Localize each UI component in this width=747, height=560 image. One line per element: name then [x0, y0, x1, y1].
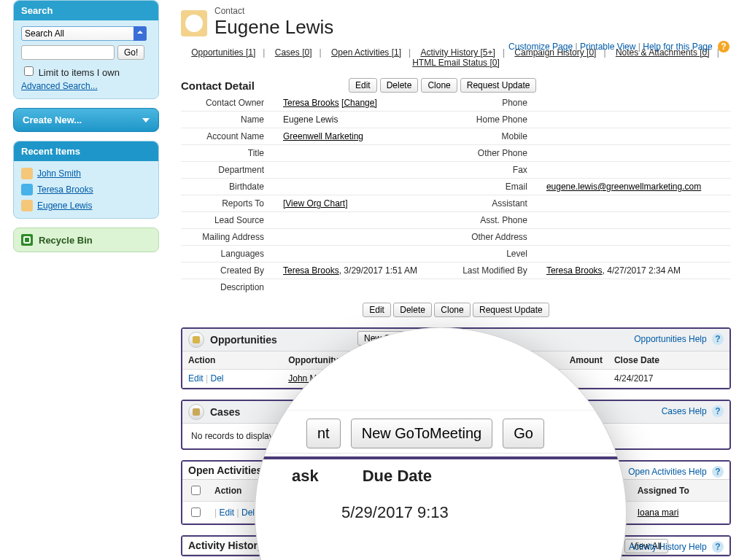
- search-panel: Search Search All Go! Limit to items I o…: [13, 0, 159, 99]
- help-icon[interactable]: ?: [718, 41, 729, 52]
- recycle-bin-button[interactable]: Recycle Bin: [13, 228, 159, 252]
- help-icon[interactable]: ?: [712, 405, 724, 417]
- delete-button[interactable]: Delete: [393, 303, 432, 317]
- contact-header-icon: [181, 10, 207, 36]
- delete-link[interactable]: Del: [241, 508, 255, 518]
- created-by-link[interactable]: Teresa Brooks: [283, 265, 339, 276]
- record-type-label: Contact: [214, 6, 333, 16]
- close-date-value: 4/24/2017: [608, 370, 729, 388]
- contact-detail-table: Contact OwnerTeresa Brooks [Change]Phone…: [181, 95, 731, 295]
- help-page-link[interactable]: Help for this Page: [643, 42, 712, 52]
- mag-btn-left-frag[interactable]: nt: [306, 419, 341, 448]
- recycle-bin-icon: [21, 234, 33, 246]
- nav-open-activities[interactable]: Open Activities [1]: [331, 47, 401, 58]
- record-name: Eugene Lewis: [214, 16, 333, 39]
- create-new-button[interactable]: Create New...: [13, 108, 159, 132]
- recent-item[interactable]: Eugene Lewis: [21, 198, 151, 214]
- chevron-down-icon: [142, 118, 150, 122]
- mag-th-due: Due Date: [363, 467, 432, 486]
- delete-button[interactable]: Delete: [380, 78, 419, 93]
- search-input[interactable]: [21, 45, 115, 60]
- select-all-checkbox[interactable]: [191, 486, 201, 495]
- modified-by-link[interactable]: Teresa Brooks: [546, 265, 603, 276]
- request-update-button[interactable]: Request Update: [473, 303, 549, 317]
- recent-header: Recent Items: [14, 141, 158, 161]
- detail-section-title: Contact Detail: [181, 79, 255, 92]
- clone-button[interactable]: Clone: [434, 303, 470, 317]
- user-icon: [21, 184, 33, 195]
- owner-link[interactable]: Teresa Brooks: [283, 98, 339, 108]
- nav-cases[interactable]: Cases [0]: [275, 47, 312, 58]
- nav-opportunities[interactable]: Opportunities [1]: [191, 47, 255, 58]
- recent-items-panel: Recent Items John Smith Teresa Brooks Eu…: [13, 141, 159, 219]
- edit-button[interactable]: Edit: [363, 303, 391, 317]
- cases-help-link[interactable]: Cases Help: [662, 406, 707, 416]
- contact-icon: [21, 168, 33, 179]
- recent-item[interactable]: Teresa Brooks: [21, 182, 151, 198]
- new-gotomeeting-button[interactable]: New GoToMeeting: [351, 419, 493, 448]
- delete-link[interactable]: Del: [211, 373, 224, 384]
- assigned-to-link[interactable]: Ioana mari: [638, 508, 679, 518]
- email-link[interactable]: eugene.lewis@greenwellmarketing.com: [546, 182, 701, 192]
- opportunity-icon: [188, 332, 204, 348]
- nav-html-email-status[interactable]: HTML Email Status [0]: [412, 58, 500, 68]
- page-help-links: Customize Page | Printable View | Help f…: [508, 41, 729, 52]
- nav-activity-history[interactable]: Activity History [5+]: [420, 47, 495, 58]
- mag-th-task: ask: [292, 467, 319, 486]
- sidebar: Search Search All Go! Limit to items I o…: [0, 0, 159, 560]
- view-org-chart-link[interactable]: [View Org Chart]: [283, 198, 347, 209]
- help-icon[interactable]: ?: [712, 466, 724, 478]
- customize-page-link[interactable]: Customize Page: [508, 42, 573, 52]
- limit-checkbox[interactable]: [24, 66, 34, 76]
- open-activities-help-link[interactable]: Open Activities Help: [628, 467, 706, 477]
- name-value: Eugene Lewis: [277, 112, 444, 128]
- change-owner-link[interactable]: [Change]: [341, 98, 377, 108]
- contact-icon: [21, 200, 33, 211]
- account-link[interactable]: Greenwell Marketing: [283, 131, 363, 141]
- recent-item[interactable]: John Smith: [21, 166, 151, 182]
- edit-link[interactable]: Edit: [219, 508, 234, 518]
- edit-button[interactable]: Edit: [349, 78, 377, 93]
- case-icon: [188, 404, 204, 420]
- search-go-button[interactable]: Go!: [117, 45, 144, 60]
- advanced-search-link[interactable]: Advanced Search...: [21, 81, 98, 91]
- activity-history-help-link[interactable]: Activity History Help: [629, 542, 707, 552]
- clone-button[interactable]: Clone: [421, 78, 457, 93]
- mag-btn-right-frag[interactable]: Go: [503, 419, 544, 448]
- help-icon[interactable]: ?: [712, 541, 724, 553]
- row-checkbox[interactable]: [191, 508, 201, 517]
- search-header: Search: [14, 1, 158, 20]
- mag-due-date-value: 5/29/2017 9:13: [341, 503, 449, 522]
- opportunities-help-link[interactable]: Opportunities Help: [634, 334, 706, 344]
- limit-checkbox-label[interactable]: Limit to items I own: [21, 67, 120, 78]
- edit-link[interactable]: Edit: [188, 373, 204, 384]
- request-update-button[interactable]: Request Update: [460, 78, 537, 93]
- search-scope-select[interactable]: Search All: [21, 26, 147, 41]
- help-icon[interactable]: ?: [712, 333, 724, 345]
- printable-view-link[interactable]: Printable View: [580, 42, 636, 52]
